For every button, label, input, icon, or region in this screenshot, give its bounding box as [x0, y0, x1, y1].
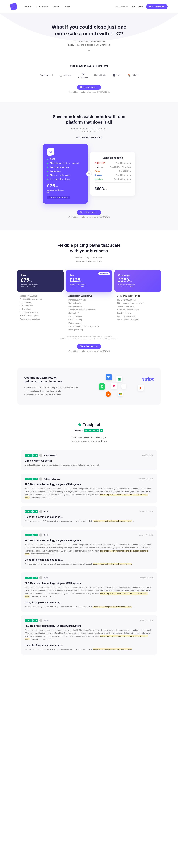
pricing-demo-button[interactable]: Get a free demo → [77, 344, 101, 349]
hero-sub: With flexible plans for your business,th… [10, 40, 168, 47]
client-logo-confused: Confused❐ [40, 74, 53, 76]
standalone-card: Stand-alone tools ZOHO CRMFrom £40/mo 5 … [90, 152, 135, 196]
check-icon: ✔ [47, 170, 49, 173]
plan-feature: Unlimited funnels [68, 306, 110, 307]
review-stars: ★★★★★ [25, 478, 37, 480]
plan-feature: Manage 500,000 leads [68, 299, 110, 301]
plan-feature: Advanced workflow support [117, 319, 158, 321]
plan-feature: Manage 1,000,000 leads [117, 299, 158, 301]
review-title: Unbelievable support!!! [25, 459, 153, 462]
client-logos-row: Confused❐ GUARDIAN NFrank Green Rapid Cl… [10, 72, 168, 79]
client-logo-efico: efico [113, 74, 121, 76]
saving-badge: That's over £500 in savings! [47, 196, 70, 199]
main-nav: Platform Resources Pricing About [24, 5, 70, 8]
plan-feature: Send 50,000 emails monthly [20, 298, 61, 300]
pricing-cta-sub: Or chat to a member of our team: 01282 7… [10, 350, 168, 352]
review-body: We have been using FLG for nearly 5 year… [25, 520, 153, 523]
header-demo-button[interactable]: Get a free demo [146, 4, 168, 9]
star-icon: ★ [96, 429, 99, 432]
review-card: ★★★★★SethJanuary 8th, 2020FLG Business T… [21, 615, 157, 655]
star-icon: ★ [88, 429, 92, 432]
logos-demo-button[interactable]: Get a free demo → [77, 85, 101, 90]
review-stars: ★★★★★ [25, 619, 37, 622]
plan-feature: FLG account setup on your behalf [117, 302, 158, 304]
reviewer-avatar [39, 477, 42, 480]
logos-cta-sub: Or chat to a member of our team: 01282 7… [10, 91, 168, 93]
review-card: ★★★★★SethJanuary 8th, 2020FLG Business T… [21, 530, 157, 569]
google-calendar-icon: 31 [106, 374, 112, 380]
review-title: FLG Business Technology - A great CRM sy… [25, 483, 153, 486]
star-icon: ★ [78, 422, 82, 427]
reviewer-name: Seth [44, 510, 48, 513]
review-date: April 1st, 2020 [142, 454, 153, 456]
microsoft-icon [118, 392, 123, 396]
reviewer-name: Seth [44, 577, 48, 579]
plan-feature: Data capture templates [20, 311, 61, 313]
review-body: We chose FLG after a number of bad exper… [25, 543, 153, 555]
plan-feature: Journeys advanced lead follow/tool [68, 309, 110, 311]
review-card: ★★★★★SethJanuary 8th, 2020Using for 5 ye… [21, 506, 157, 527]
plan-concierge-feats: All the great features of Pro Manage 1,0… [113, 295, 162, 321]
flg-card: FLG ✔CRM ✔Multi-channel customer contact… [43, 144, 88, 204]
pricing-sub: Monthly rolling subscription –switch or … [10, 256, 168, 263]
plan-feature: Live event viewer [20, 305, 61, 307]
plan-feature: Dedicated account manager [117, 309, 158, 311]
arrow-right-icon: → [24, 390, 26, 392]
review-stars: ★★★★★ [25, 534, 37, 536]
int-bullet: →Zoallers, Aircall & CircleLoop integrat… [24, 393, 88, 396]
compare-section: Save hundreds each month with one platfo… [0, 102, 178, 230]
nav-resources[interactable]: Resources [37, 5, 48, 8]
reviews-list: ★★★★★Russ WestleyApril 1st, 2020Unbeliev… [21, 450, 157, 655]
reviewer-name: Russ Westley [44, 454, 57, 456]
plan-feature: Manage 100,000 leads [20, 295, 61, 297]
logos-heading: Used by 100s of teams across the UK: [10, 65, 168, 67]
hero-title: What if you could close just one more sa… [47, 24, 131, 37]
trustpilot-logo: ★ Trustpilot [21, 422, 157, 427]
see-how-label: See how FLG compares [10, 136, 168, 139]
plan-feature: Built-in productivity [68, 329, 110, 331]
pricing-title: Flexible pricing plans that scale with y… [56, 243, 122, 254]
plan-feature: Built-in GDPR compliance [20, 315, 61, 317]
client-logo-guardian: GUARDIAN [60, 74, 71, 76]
review-stars: ★★★★★ [25, 577, 37, 579]
star-icon: ★ [92, 429, 96, 432]
plan-feature: Access & knowledge base [20, 318, 61, 320]
standalone-title: Stand-alone tools [94, 156, 131, 159]
reviewer-avatar [39, 576, 42, 579]
plan-feature: Priority assistance [117, 312, 158, 314]
nav-about[interactable]: About [64, 5, 70, 8]
pricing-footnote: Concierge plans can be downgraded after … [10, 335, 168, 340]
review-date: January 8th, 2020 [140, 620, 153, 621]
google-sheets-icon: ▦ [116, 376, 122, 382]
contact-link[interactable]: ✉Contact us [116, 5, 128, 8]
trustpilot-section: ★ Trustpilot Excellent ★ ★ ★ ★ ★ Over 5,… [0, 412, 178, 668]
phone-link[interactable]: 01282 798545 [131, 5, 143, 8]
trustpilot-rating: Excellent ★ ★ ★ ★ ★ [21, 429, 157, 432]
trustpilot-sub: Over 5,000 users can't be wrong –read wh… [21, 436, 157, 443]
plan-plus: Plus £75/mo Includes 5 user licenses Add… [16, 270, 65, 332]
plus-icon: + [121, 384, 126, 389]
compare-sub: FLG replaces at least 5 other apps –why … [10, 127, 168, 132]
arrow-right-icon: → [24, 386, 26, 389]
client-logo-frankgreen: NFrank Green [78, 72, 88, 79]
nav-pricing[interactable]: Pricing [53, 5, 60, 8]
stripe-logo: stripe [142, 376, 154, 382]
review-date: January 20th, 2020 [138, 478, 153, 480]
logos-section: Used by 100s of teams across the UK: Con… [0, 60, 178, 102]
compare-title: Save hundreds each month with one platfo… [53, 114, 125, 125]
nav-platform[interactable]: Platform [24, 5, 32, 8]
plan-pro: Most Popular Pro £125/mo Includes 5 user… [65, 270, 113, 332]
plan-pro-feats: All the great features of Plus Manage 50… [65, 295, 113, 331]
review-card: ★★★★★Adrian HolcombeJanuary 20th, 2020FL… [21, 473, 157, 503]
review-title: Using for 5 years and counting… [25, 558, 153, 561]
compare-cta-sub: Or chat to a member of our team: 01282 7… [10, 216, 168, 218]
review-date: January 8th, 2020 [140, 534, 153, 536]
pricing-section: Flexible pricing plans that scale with y… [0, 230, 178, 361]
office-icon: ◧ [138, 384, 144, 391]
arrow-right-icon: → [24, 393, 26, 396]
integrations-section: A central hub with lots of options to ge… [18, 368, 160, 405]
review-title: Using for 5 years and counting… [25, 644, 153, 647]
compare-demo-button[interactable]: Get a free demo → [77, 210, 101, 215]
logo[interactable]: FLG [10, 3, 17, 10]
check-icon: ✔ [47, 166, 49, 168]
